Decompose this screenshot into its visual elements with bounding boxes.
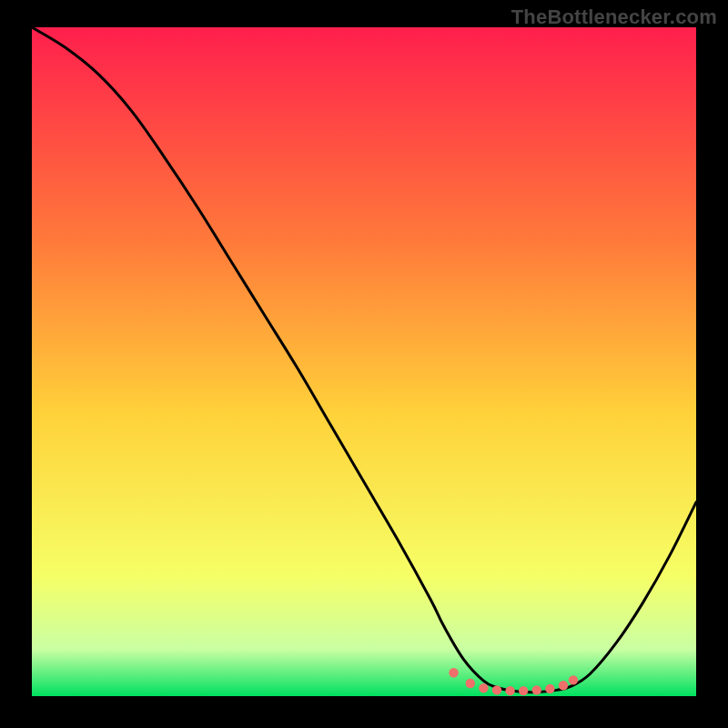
highlight-dot	[449, 668, 458, 677]
highlight-dot	[466, 679, 475, 688]
highlight-dot	[479, 683, 488, 693]
chart-frame: TheBottlenecker.com	[0, 0, 728, 728]
bottleneck-chart	[32, 27, 696, 696]
highlight-dot	[532, 685, 541, 694]
plot-area	[32, 27, 696, 696]
highlight-dot	[519, 686, 528, 695]
highlight-dot	[559, 681, 568, 690]
highlight-dot	[545, 684, 554, 693]
watermark-text: TheBottlenecker.com	[511, 5, 717, 29]
gradient-background	[32, 27, 696, 696]
highlight-dot	[492, 685, 501, 694]
highlight-dot	[505, 686, 514, 695]
highlight-dot	[569, 675, 578, 684]
